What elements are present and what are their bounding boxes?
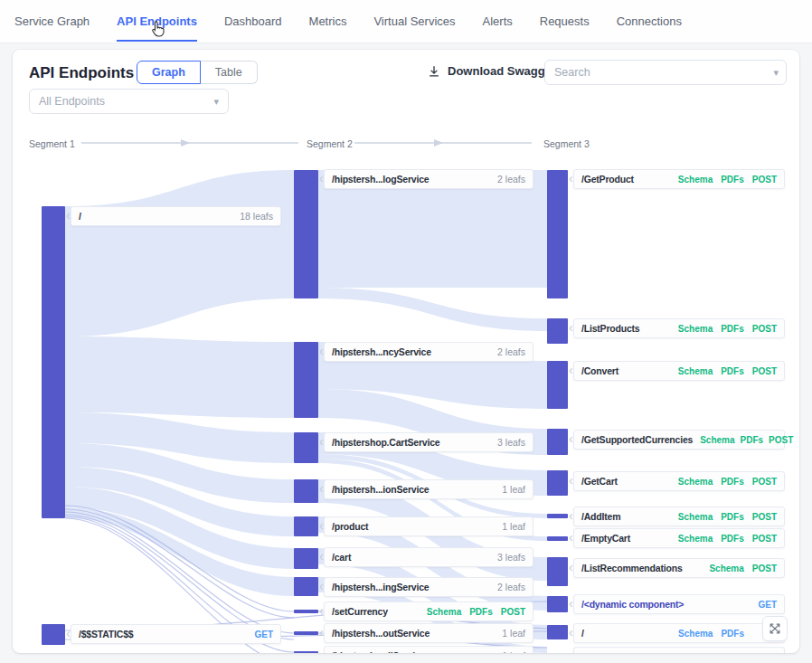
sankey-bar-cart[interactable] (294, 548, 318, 569)
sankey-bar-catalogservice[interactable] (294, 170, 318, 298)
endpoint-filter-select[interactable]: All Endpoints ▾ (29, 89, 229, 114)
schema-link[interactable]: Schema (427, 607, 461, 617)
node-getsupportedcurrencies[interactable]: /GetSupportedCurrencies Schema PDFs POST (573, 430, 785, 450)
pdfs-link[interactable]: PDFs (721, 324, 744, 334)
page-title: API Endpoints (29, 64, 134, 82)
graph-view-button[interactable]: Graph (137, 61, 201, 84)
node-checkoutservice[interactable]: /hipstersh...outService 1 leaf (324, 623, 533, 643)
schema-link[interactable]: Schema (678, 477, 713, 487)
node-emailservice[interactable]: /hipstersh...ailService 1 leaf (324, 646, 533, 653)
sankey-bar-root-leaf[interactable] (547, 625, 568, 639)
schema-link[interactable]: Schema (678, 324, 713, 334)
method-post-link[interactable]: POST (769, 435, 793, 445)
node-getcart[interactable]: /GetCart Schema PDFs POST (573, 471, 785, 491)
node-cartservice[interactable]: /hipstershop.CartService 3 leafs (324, 432, 533, 452)
pdfs-link[interactable]: PDFs (721, 175, 744, 185)
node-additem[interactable]: /AddItem Schema PDFs POST (573, 507, 785, 526)
schema-link[interactable]: Schema (700, 435, 734, 445)
nav-alerts[interactable]: Alerts (483, 1, 513, 42)
node-leaf-count: 3 leafs (497, 552, 525, 563)
node-getproduct[interactable]: /GetProduct Schema PDFs POST (573, 169, 785, 189)
sankey-bar-product[interactable] (294, 516, 318, 536)
sankey-bar-shippingservice[interactable] (294, 577, 318, 596)
sankey-bar-checkoutservice[interactable] (294, 631, 318, 635)
node-clipped (573, 647, 785, 653)
sankey-bar-cartservice[interactable] (294, 432, 318, 463)
search-input[interactable] (544, 60, 787, 85)
sankey-bar-additem[interactable] (547, 514, 568, 518)
sankey-bar-listproducts[interactable] (547, 318, 568, 344)
pdfs-link[interactable]: PDFs (721, 629, 744, 639)
node-listproducts[interactable]: /ListProducts Schema PDFs POST (573, 318, 785, 338)
pdfs-link[interactable]: PDFs (469, 607, 493, 617)
pdfs-link[interactable]: PDFs (741, 435, 764, 445)
node-root-leaf[interactable]: / Schema PDFs (573, 623, 785, 643)
nav-connections[interactable]: Connections (617, 1, 682, 42)
pdfs-link[interactable]: PDFs (721, 366, 744, 376)
schema-link[interactable]: Schema (678, 366, 713, 376)
sankey-bar-static[interactable] (42, 624, 65, 645)
method-post-link[interactable]: POST (752, 366, 777, 376)
node-currencyservice[interactable]: /hipstersh...ncyService 2 leafs (324, 342, 533, 362)
node-dynamic-component[interactable]: /<dynamic component> GET (573, 594, 785, 614)
nav-metrics[interactable]: Metrics (309, 1, 347, 42)
sankey-bar-currencyservice[interactable] (294, 342, 318, 418)
schema-link[interactable]: Schema (678, 512, 713, 522)
schema-link[interactable]: Schema (709, 564, 743, 573)
nav-dashboard[interactable]: Dashboard (224, 1, 282, 42)
nav-api-endpoints[interactable]: API Endpoints (117, 1, 197, 42)
schema-link[interactable]: Schema (678, 629, 713, 639)
sankey-bar-getcart[interactable] (547, 470, 568, 496)
nav-service-graph[interactable]: Service Graph (14, 1, 90, 42)
method-post-link[interactable]: POST (752, 175, 777, 185)
node-root[interactable]: / 18 leafs (71, 206, 281, 226)
method-post-link[interactable]: POST (501, 607, 525, 617)
node-path: /<dynamic component> (581, 599, 684, 610)
sankey-bar-convert[interactable] (547, 361, 568, 409)
node-listrecommendations[interactable]: /ListRecommendations Schema POST (573, 558, 785, 578)
node-shippingservice[interactable]: /hipstersh...ingService 2 leafs (324, 577, 533, 597)
pdfs-link[interactable]: PDFs (721, 512, 744, 522)
node-leaf-count: 1 leaf (502, 521, 525, 532)
node-catalogservice[interactable]: /hipstersh...logService 2 leafs (324, 169, 533, 189)
node-recommendationservice[interactable]: /hipstersh...ionService 1 leaf (324, 479, 533, 499)
nav-virtual-services[interactable]: Virtual Services (373, 1, 455, 42)
schema-link[interactable]: Schema (678, 534, 713, 544)
method-post-link[interactable]: POST (752, 564, 777, 573)
method-post-link[interactable]: POST (752, 477, 777, 487)
sankey-bar-setcurrency[interactable] (294, 610, 318, 613)
method-post-link[interactable]: POST (752, 534, 777, 544)
search-container: ▾ (544, 60, 787, 85)
sankey-bar-recommendationservice[interactable] (294, 479, 318, 503)
sankey-bar-dynamic-component[interactable] (547, 596, 568, 612)
node-leaf-count: 2 leafs (497, 346, 525, 357)
sankey-bar-getsupportedcurrencies[interactable] (547, 429, 568, 455)
node-path: /setCurrency (332, 606, 388, 617)
node-path: /product (332, 521, 368, 532)
node-convert[interactable]: /Convert Schema PDFs POST (573, 361, 785, 381)
sankey-bar-emailservice[interactable] (294, 651, 318, 653)
method-get-link[interactable]: GET (758, 600, 777, 610)
node-setcurrency[interactable]: /setCurrency Schema PDFs POST (324, 601, 533, 621)
node-path: /GetProduct (581, 174, 634, 185)
method-post-link[interactable]: POST (752, 324, 777, 334)
node-path: /GetCart (581, 476, 618, 487)
download-swagger-label: Download Swagger (448, 64, 556, 78)
nav-requests[interactable]: Requests (540, 1, 590, 42)
node-emptycart[interactable]: /EmptyCart Schema PDFs POST (573, 528, 785, 548)
download-swagger-button[interactable]: Download Swagger (428, 64, 556, 78)
pdfs-link[interactable]: PDFs (721, 477, 744, 487)
sankey-bar-getproduct[interactable] (547, 170, 568, 298)
node-product[interactable]: /product 1 leaf (324, 516, 533, 536)
node-cart[interactable]: /cart 3 leafs (324, 547, 533, 567)
sankey-bar-emptycart[interactable] (547, 536, 568, 541)
pdfs-link[interactable]: PDFs (721, 534, 744, 544)
method-post-link[interactable]: POST (752, 512, 777, 522)
sankey-bar-listrecommendations[interactable] (547, 557, 568, 586)
node-static[interactable]: /$$STATIC$$ GET (71, 624, 281, 644)
sankey-bar-root[interactable] (42, 206, 65, 518)
table-view-button[interactable]: Table (201, 61, 258, 84)
method-get-link[interactable]: GET (254, 630, 273, 639)
expand-graph-button[interactable] (762, 616, 788, 641)
schema-link[interactable]: Schema (678, 175, 713, 185)
